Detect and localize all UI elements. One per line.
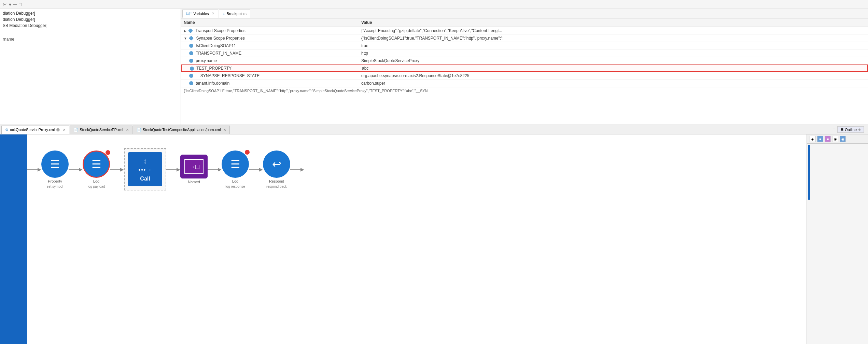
ep-xml-icon: 📄 [73, 128, 78, 132]
table-row[interactable]: ▼ Synapse Scope Properties {"IsClientDoi… [181, 34, 868, 42]
table-row[interactable]: ▶ Transport Scope Properties {"Accept-En… [181, 27, 868, 34]
variables-icon: (x)= [186, 12, 192, 15]
outline-btn-2[interactable]: ■ [817, 136, 823, 142]
row-synapse-state-name: __SYNAPSE_RESPONSE_STATE__ [181, 73, 359, 79]
log-response-circle: ☰ [222, 150, 249, 178]
debug-console-left: diation Debugger] diation Debugger] SB M… [0, 9, 181, 125]
property-icon: ☰ [50, 158, 60, 171]
table-row[interactable]: TRANSPORT_IN_NAME http [181, 49, 868, 57]
outline-visual [808, 145, 867, 200]
pom-xml-icon: 📄 [137, 128, 141, 132]
variables-tab-close[interactable]: ✕ [212, 12, 214, 15]
connector-start: ▶ [27, 167, 41, 172]
arrow-right-end: ▶ [300, 167, 304, 172]
outline-tab-close[interactable]: ⊗ [858, 128, 861, 131]
named-icon: →□ [188, 163, 199, 171]
row-proxy-value: SimpleStockQuoteServiceProxy [359, 58, 868, 64]
table-header: Name Value [181, 18, 868, 27]
tab-ep-xml[interactable]: 📄 StockQuoteServiceEP.xml ✕ [70, 126, 132, 134]
canvas-left-bar [0, 134, 27, 344]
arrow-right: ▶ [218, 167, 222, 172]
bottom-content: ▶ ☰ Property set symbol [0, 134, 868, 344]
outline-blue-bar [808, 145, 810, 200]
col-value-header: Value [359, 19, 868, 26]
row-synapse-value: {"IsClientDoingSOAP11":true,"TRANSPORT_I… [359, 35, 868, 41]
log-response-sublabel: log response [225, 185, 245, 188]
row-tenant-value: carbon.super [359, 80, 868, 86]
outline-btn-5[interactable]: ◉ [840, 136, 846, 142]
restore-icon[interactable]: □ [19, 2, 22, 7]
arrow-right: ▶ [259, 167, 263, 172]
arrow-right: ▶ [177, 167, 180, 172]
breakpoints-icon: ⊙ [223, 12, 225, 16]
outline-grid-icon: ⊞ [840, 127, 843, 132]
node-log-payload[interactable]: ☰ Log log payload [83, 150, 110, 188]
log-payload-sublabel: log payload [87, 185, 105, 188]
debug-item-1: diation Debugger] [0, 10, 181, 16]
editor-tab-bar: ⚙ ockQuoteServiceProxy.xml ⊗ ✕ 📄 StockQu… [0, 125, 868, 134]
node-property[interactable]: ☰ Property set symbol [41, 150, 69, 188]
connector-1: ▶ [69, 167, 83, 172]
editor-restore-icon[interactable]: □ [833, 127, 835, 132]
log-response-icon: ☰ [230, 158, 240, 171]
outline-btn-1[interactable]: ◈ [810, 136, 816, 142]
line [166, 169, 177, 170]
node-named[interactable]: →□ Named [180, 155, 208, 184]
minimize-icon[interactable]: ─ [13, 2, 17, 7]
pom-xml-close[interactable]: ✕ [223, 128, 226, 132]
node-respond[interactable]: ↩ Respond respond back [263, 150, 290, 188]
cut-icon[interactable]: ✂ [3, 2, 7, 7]
node-log-response[interactable]: ☰ Log log response [222, 150, 249, 188]
property-sublabel: set symbol [47, 185, 63, 188]
editor-minimize-icon[interactable]: ─ [828, 127, 831, 132]
table-row[interactable]: __SYNAPSE_RESPONSE_STATE__ org.apache.sy… [181, 72, 868, 80]
prop-icon [189, 59, 193, 63]
breakpoints-tab[interactable]: ⊙ Breakpoints [219, 10, 250, 18]
table-row[interactable]: IsClientDoingSOAP11 true [181, 42, 868, 49]
breakpoints-tab-label: Breakpoints [227, 12, 247, 16]
respond-sublabel: respond back [266, 185, 287, 188]
log-payload-circle: ☰ [83, 150, 110, 178]
table-row-highlighted[interactable]: TEST_PROPERTY abc [181, 64, 868, 72]
canvas-area: ▶ ☰ Property set symbol [0, 134, 807, 344]
row-transport-name: ▶ Transport Scope Properties [181, 28, 359, 34]
outline-btn-4[interactable]: ◉ [832, 136, 838, 142]
mediation-flow: ▶ ☰ Property set symbol [27, 148, 304, 190]
outline-btn-3[interactable]: ■ [825, 136, 831, 142]
respond-label: Respond [269, 179, 284, 183]
call-label: Call [140, 176, 150, 182]
row-test-property-value: abc [359, 65, 867, 71]
log-response-breakpoint [245, 150, 250, 155]
call-arrows-icon: ↕ [143, 157, 147, 166]
variables-table: ▶ Transport Scope Properties {"Accept-En… [181, 27, 868, 125]
debug-tab-bar: (x)= Variables ✕ ⊙ Breakpoints [181, 9, 868, 18]
expand-icon[interactable]: ▼ [184, 37, 187, 40]
outline-tab[interactable]: ⊞ Outline ⊗ [837, 126, 864, 133]
named-box: →□ [180, 155, 208, 178]
proxy-xml-close[interactable]: ✕ [63, 128, 66, 132]
arrow-right: ▶ [79, 167, 83, 172]
col-name-header: Name [181, 19, 359, 26]
property-label: Property [48, 179, 62, 183]
prop-icon [189, 81, 193, 85]
outline-panel-header: ◈ ■ ■ ◉ ◉ [807, 134, 868, 144]
table-row[interactable]: proxy.name SimpleStockQuoteServiceProxy [181, 57, 868, 64]
outline-toolbar-buttons: ◈ ■ ■ ◉ ◉ [810, 136, 846, 142]
node-call[interactable]: ↕ •••→ Call [124, 148, 166, 190]
expand-icon[interactable]: ▶ [184, 29, 186, 33]
arrow-right: ▶ [120, 167, 124, 172]
line [208, 169, 218, 170]
table-row[interactable]: tenant.info.domain carbon.super [181, 80, 868, 87]
line [290, 169, 300, 170]
variables-tab[interactable]: (x)= Variables ✕ [182, 10, 218, 18]
call-dashed-box: ↕ •••→ Call [124, 148, 166, 190]
ep-xml-close[interactable]: ✕ [126, 128, 129, 132]
tab-pom-xml[interactable]: 📄 StockQuoteTestCompositeApplication/pom… [133, 126, 230, 134]
property-circle: ☰ [41, 150, 69, 178]
scope-icon [189, 36, 194, 41]
tab-proxy-xml[interactable]: ⚙ ockQuoteServiceProxy.xml ⊗ ✕ [1, 126, 69, 134]
breakpoint-dot [106, 150, 110, 155]
dropdown-icon[interactable]: ▾ [9, 2, 11, 7]
line [249, 169, 259, 170]
connector-5: ▶ [249, 167, 263, 172]
